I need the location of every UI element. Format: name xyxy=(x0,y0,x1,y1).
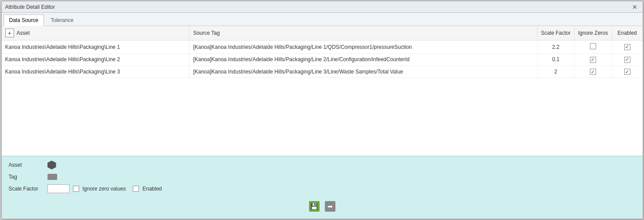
tabs-bar: Data Source Tolerance xyxy=(2,13,643,26)
enabled-cell: ✓ xyxy=(612,66,643,78)
scale-factor-cell: 2.2 xyxy=(537,40,574,54)
ignore-zero-checkbox[interactable] xyxy=(73,186,79,192)
ignore-zero-label: Ignore zero values xyxy=(83,186,126,192)
table-row: Kanoa Industries\Adelaide Hills\Packagin… xyxy=(2,40,643,54)
asset-cell: Kanoa Industries\Adelaide Hills\Packagin… xyxy=(2,40,189,54)
content-area: + Asset Source Tag Scale Factor Ignore Z… xyxy=(2,26,643,219)
asset-row: Asset xyxy=(9,161,636,169)
asset-icon xyxy=(47,161,56,169)
enabled-checkbox[interactable]: ✓ xyxy=(624,44,630,50)
enabled-checkbox[interactable]: ✓ xyxy=(624,57,630,63)
tab-tolerance[interactable]: Tolerance xyxy=(45,15,79,26)
asset-cell: Kanoa Industries\Adelaide Hills\Packagin… xyxy=(2,54,189,66)
table-row: Kanoa Industries\Adelaide Hills\Packagin… xyxy=(2,66,643,78)
bottom-buttons: 💾 ➡ xyxy=(9,198,636,214)
asset-cell: Kanoa Industries\Adelaide Hills\Packagin… xyxy=(2,66,189,78)
tag-label: Tag xyxy=(9,174,44,180)
ignore-zeros-checkbox[interactable]: ✓ xyxy=(590,69,596,75)
ignore-zeros-cell: ✓ xyxy=(574,66,611,78)
close-button[interactable]: ✕ xyxy=(630,4,639,10)
enabled-label: Enabled xyxy=(142,186,162,192)
exit-icon: ➡ xyxy=(325,201,335,212)
enabled-cell: ✓ xyxy=(612,40,643,54)
scale-factor-input[interactable] xyxy=(47,184,69,193)
source-tag-cell: [Kanoa]Kanoa Industries/Adelaide Hills/P… xyxy=(189,54,537,66)
asset-column-header: + Asset xyxy=(2,26,189,40)
scale-factor-label: Scale Factor xyxy=(9,186,44,192)
tag-row: Tag xyxy=(9,174,636,180)
ignore-zeros-cell xyxy=(574,40,611,54)
bottom-panel: Asset Tag Scale Factor Ignore zero value… xyxy=(2,156,643,219)
enabled-checkbox[interactable]: ✓ xyxy=(624,69,630,75)
ignore-zeros-column-header: Ignore Zeros xyxy=(574,26,611,40)
source-tag-cell: [Kanoa]Kanoa Industries/Adelaide Hills/P… xyxy=(189,40,537,54)
save-button[interactable]: 💾 xyxy=(308,200,320,213)
attribute-detail-editor-dialog: Attribute Detail Editor ✕ Data Source To… xyxy=(1,1,643,219)
source-tag-cell: [Kanoa]Kanoa Industries/Adelaide Hills/P… xyxy=(189,66,537,78)
exit-button[interactable]: ➡ xyxy=(324,200,336,213)
table-header-row: + Asset Source Tag Scale Factor Ignore Z… xyxy=(2,26,643,40)
enabled-cell: ✓ xyxy=(612,54,643,66)
scale-factor-cell: 2 xyxy=(537,66,574,78)
ignore-zeros-cell: ✓ xyxy=(574,54,611,66)
ignore-zeros-checkbox[interactable] xyxy=(590,43,596,49)
data-table: + Asset Source Tag Scale Factor Ignore Z… xyxy=(2,26,643,78)
dialog-titlebar: Attribute Detail Editor ✕ xyxy=(2,1,643,13)
asset-label: Asset xyxy=(9,162,44,168)
enabled-checkbox[interactable] xyxy=(133,186,139,192)
data-table-area: + Asset Source Tag Scale Factor Ignore Z… xyxy=(2,26,643,156)
table-body: Kanoa Industries\Adelaide Hills\Packagin… xyxy=(2,40,643,78)
scale-factor-row: Scale Factor Ignore zero values Enabled xyxy=(9,184,636,193)
source-tag-column-header: Source Tag xyxy=(189,26,537,40)
scale-factor-column-header: Scale Factor xyxy=(537,26,574,40)
tab-data-source[interactable]: Data Source xyxy=(4,15,44,26)
tag-icon xyxy=(47,174,57,180)
table-row: Kanoa Industries\Adelaide Hills\Packagin… xyxy=(2,54,643,66)
scale-factor-cell: 0.1 xyxy=(537,54,574,66)
save-icon: 💾 xyxy=(309,201,320,212)
dialog-title: Attribute Detail Editor xyxy=(5,4,55,10)
ignore-zeros-checkbox[interactable]: ✓ xyxy=(590,57,596,63)
add-row-button[interactable]: + xyxy=(5,29,14,37)
enabled-column-header: Enabled xyxy=(612,26,643,40)
